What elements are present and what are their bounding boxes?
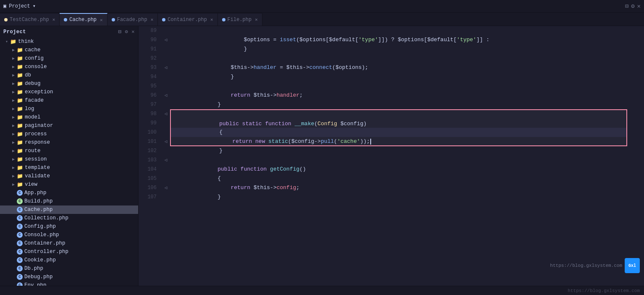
sidebar-file-container[interactable]: C Container.php [0, 239, 138, 248]
sidebar-item-model[interactable]: ▶ 📁 model [0, 113, 138, 121]
label-exception: exception [25, 89, 53, 95]
sidebar-file-debug[interactable]: C Debug.php [0, 273, 138, 281]
sidebar: Project ⊟ ⚙ ✕ ▾ 📁 think ▶ 📁 cache ▶ 📁 co… [0, 26, 139, 286]
file-icon-config: C [17, 224, 23, 229]
tab-dot-file [222, 18, 225, 21]
label-response: response [25, 140, 50, 145]
code-line-107 [170, 192, 636, 202]
label-db: db [25, 72, 31, 78]
sidebar-item-facade[interactable]: ▶ 📁 facade [0, 96, 138, 105]
sidebar-file-controller[interactable]: C Controller.php [0, 248, 138, 256]
code-lines: $options = isset($options[$default['type… [170, 26, 644, 202]
project-title: ▣ Project ▾ [3, 3, 36, 9]
title-bar-actions: ⊟ ⚙ ✕ [625, 3, 641, 10]
tab-bar: TestCache.php ✕ Cache.php ✕ Facade.php ✕… [0, 13, 644, 26]
gutter: ◁ ◁ ◁ ◁ ◁ ◁ ◁ [162, 26, 170, 202]
folder-icon-think: 📁 [10, 39, 16, 45]
layout-icon[interactable]: ⊟ [625, 3, 628, 10]
tab-container[interactable]: Container.php ✕ [158, 13, 217, 26]
sidebar-icon-2[interactable]: ⚙ [125, 29, 128, 35]
sidebar-item-config[interactable]: ▶ 📁 config [0, 54, 138, 63]
tab-dot-testcache [4, 18, 8, 21]
line-numbers: 89 90 91 92 93 94 95 96 97 98 99 100 101… [139, 26, 162, 202]
sidebar-title: Project [3, 29, 26, 35]
file-icon-debug: C [17, 274, 23, 280]
label-paginator: paginator [25, 123, 53, 129]
status-bar: https://blog.gxlsystem.com [0, 286, 644, 295]
label-validate: validate [25, 173, 50, 179]
tab-cache[interactable]: Cache.php ✕ [60, 13, 107, 26]
tab-close-facade[interactable]: ✕ [151, 17, 154, 22]
sidebar-file-cache[interactable]: C Cache.php [0, 205, 138, 214]
sidebar-item-template[interactable]: ▶ 📁 template [0, 163, 138, 172]
label-process: process [25, 131, 47, 137]
sidebar-item-debug[interactable]: ▶ 📁 debug [0, 79, 138, 88]
label-console: console [25, 64, 47, 70]
tab-dot-cache [64, 18, 67, 21]
sidebar-item-validate[interactable]: ▶ 📁 validate [0, 172, 138, 180]
sidebar-item-response[interactable]: ▶ 📁 response [0, 138, 138, 147]
code-area: 89 90 91 92 93 94 95 96 97 98 99 100 101… [139, 26, 644, 202]
tab-label-file: File.php [228, 17, 252, 23]
sidebar-item-log[interactable]: ▶ 📁 log [0, 105, 138, 113]
code-line-95: return $this->handler; [170, 82, 636, 91]
tab-file[interactable]: File.php ✕ [218, 13, 262, 26]
sidebar-item-paginator[interactable]: ▶ 📁 paginator [0, 121, 138, 130]
watermark-logo: Gxl [625, 258, 640, 273]
file-icon-cache: C [17, 207, 23, 213]
watermark: https://blog.gxlsystem.com Gxl [550, 258, 640, 273]
tab-dot-container [162, 18, 165, 21]
sidebar-item-think[interactable]: ▾ 📁 think [0, 37, 138, 46]
tab-label-container: Container.php [168, 17, 207, 23]
sidebar-item-cache[interactable]: ▶ 📁 cache [0, 46, 138, 54]
arrow-think: ▾ [3, 38, 10, 45]
settings-icon[interactable]: ⚙ [631, 3, 634, 10]
sidebar-file-db[interactable]: C Db.php [0, 264, 138, 273]
file-icon-container: C [17, 240, 23, 246]
code-line-105: return $this->config; [170, 174, 636, 183]
close-icon[interactable]: ✕ [637, 3, 641, 10]
sidebar-item-route[interactable]: ▶ 📁 route [0, 147, 138, 155]
tab-facade[interactable]: Facade.php ✕ [107, 13, 158, 26]
status-watermark: https://blog.gxlsystem.com [568, 288, 640, 293]
watermark-url: https://blog.gxlsystem.com [550, 263, 622, 268]
tab-testcache[interactable]: TestCache.php ✕ [0, 13, 60, 26]
sidebar-file-build[interactable]: C Build.php [0, 197, 138, 205]
project-dropdown-icon[interactable]: ▾ [33, 3, 36, 9]
label-route: route [25, 148, 41, 154]
file-icon-build: C [17, 198, 23, 204]
sidebar-item-view[interactable]: ▶ 📁 view [0, 180, 138, 189]
label-think: think [18, 39, 34, 45]
sidebar-file-env[interactable]: C Env.php [0, 281, 138, 286]
sidebar-icon-1[interactable]: ⊟ [118, 29, 122, 35]
code-line-98: public static function __make(Config $co… [170, 109, 627, 119]
sidebar-file-console[interactable]: C Console.php [0, 231, 138, 239]
sidebar-header-icons: ⊟ ⚙ ✕ [118, 29, 135, 35]
code-line-100: return new static($config->pull('cache')… [170, 128, 627, 137]
sidebar-file-cookie[interactable]: C Cookie.php [0, 256, 138, 264]
label-cache: cache [25, 47, 41, 53]
sidebar-item-console[interactable]: ▶ 📁 console [0, 63, 138, 71]
tab-close-container[interactable]: ✕ [210, 17, 213, 22]
tab-label-facade: Facade.php [117, 17, 147, 23]
sidebar-item-process[interactable]: ▶ 📁 process [0, 130, 138, 138]
sidebar-file-app[interactable]: C App.php [0, 189, 138, 197]
file-icon-app: C [17, 190, 23, 196]
project-icon: ▣ [3, 3, 6, 9]
label-config: config [25, 55, 44, 61]
sidebar-item-session[interactable]: ▶ 📁 session [0, 155, 138, 163]
file-icon-cookie: C [17, 257, 23, 263]
tab-close-cache[interactable]: ✕ [100, 17, 103, 23]
sidebar-file-collection[interactable]: C Collection.php [0, 214, 138, 222]
sidebar-icon-3[interactable]: ✕ [131, 29, 135, 35]
label-facade: facade [25, 97, 44, 103]
sidebar-item-db[interactable]: ▶ 📁 db [0, 71, 138, 79]
tab-close-file[interactable]: ✕ [255, 17, 258, 22]
file-icon-env: C [17, 282, 23, 286]
tab-close-testcache[interactable]: ✕ [52, 17, 55, 22]
sidebar-file-config[interactable]: C Config.php [0, 222, 138, 231]
code-editor[interactable]: 89 90 91 92 93 94 95 96 97 98 99 100 101… [139, 26, 644, 286]
sidebar-item-exception[interactable]: ▶ 📁 exception [0, 88, 138, 96]
main-content: Project ⊟ ⚙ ✕ ▾ 📁 think ▶ 📁 cache ▶ 📁 co… [0, 26, 644, 286]
project-label: Project [9, 3, 30, 9]
